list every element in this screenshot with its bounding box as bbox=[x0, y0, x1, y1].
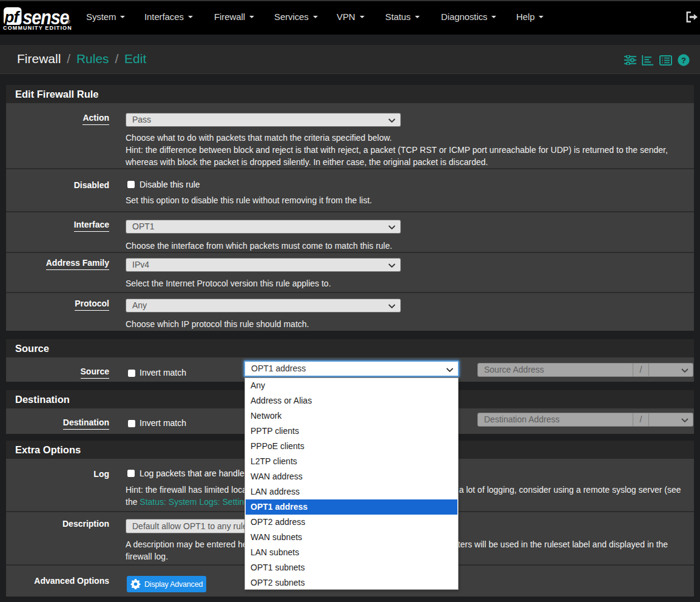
svg-text:sense: sense bbox=[23, 6, 69, 27]
svg-text:?: ? bbox=[681, 56, 686, 65]
svg-text:®: ® bbox=[66, 19, 70, 25]
svg-text:pf: pf bbox=[4, 8, 21, 26]
